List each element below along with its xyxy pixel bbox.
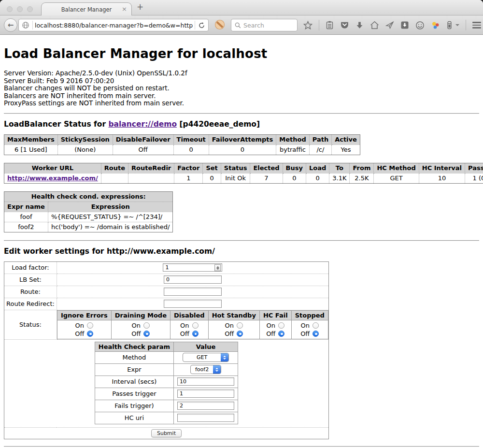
tab-close-icon[interactable]: × bbox=[122, 5, 127, 13]
hc-row-hc-uri: HC uri bbox=[95, 412, 238, 424]
disabled-off-radio[interactable] bbox=[192, 331, 199, 337]
url-input[interactable] bbox=[33, 22, 195, 29]
reading-list-icon[interactable] bbox=[326, 21, 334, 29]
cell-hc-method: GET bbox=[374, 173, 419, 183]
balancers-note-line: Balancers are NOT inherited from main se… bbox=[4, 92, 479, 100]
form-row-health-check: Health Check param Value Method GET bbox=[4, 339, 329, 427]
disabled-on-radio[interactable] bbox=[192, 322, 199, 329]
search-input[interactable] bbox=[243, 22, 294, 29]
expr-select-value: foof2 bbox=[191, 366, 213, 373]
route-label: Route: bbox=[4, 286, 57, 298]
form-row-route-redirect: Route Redirect: bbox=[4, 298, 329, 310]
col-header: Passes bbox=[465, 163, 483, 173]
block-icon[interactable] bbox=[214, 19, 225, 30]
proxypass-note-line: ProxyPass settings are NOT inherited fro… bbox=[4, 100, 479, 107]
load-factor-input[interactable] bbox=[163, 263, 222, 272]
cell-load: 0 bbox=[306, 173, 329, 183]
fails-input[interactable] bbox=[177, 402, 234, 410]
hot-standby-on-radio[interactable] bbox=[237, 322, 243, 329]
route-input[interactable] bbox=[164, 288, 222, 296]
col-header: HC Fail bbox=[259, 310, 291, 320]
home-icon[interactable] bbox=[370, 21, 379, 29]
globe-icon[interactable] bbox=[19, 19, 32, 31]
on-label: On bbox=[301, 321, 310, 330]
method-label: Method bbox=[95, 351, 173, 363]
col-header: StickySession bbox=[57, 134, 113, 145]
dropdown-caret-icon[interactable] bbox=[455, 24, 459, 26]
test-pilot-flask-icon[interactable] bbox=[446, 21, 453, 29]
expr-select[interactable]: foof2 bbox=[190, 365, 221, 374]
interval-input[interactable] bbox=[177, 377, 234, 386]
col-header: Expression bbox=[48, 202, 173, 212]
load-factor-label: Load factor: bbox=[4, 261, 57, 274]
col-header: Value bbox=[174, 342, 238, 351]
balancer-demo-link[interactable]: balancer://demo bbox=[108, 120, 177, 129]
number-spinner-icon[interactable] bbox=[214, 264, 221, 271]
method-select[interactable]: GET bbox=[183, 353, 229, 362]
hot-standby-off-radio[interactable] bbox=[237, 331, 243, 337]
hc-fail-off-radio[interactable] bbox=[278, 331, 284, 337]
col-header: Elected bbox=[250, 163, 283, 173]
status-cell-draining-mode: On Off bbox=[111, 320, 170, 339]
draining-mode-on-radio[interactable] bbox=[143, 322, 150, 329]
toolbar-divider bbox=[319, 20, 319, 30]
ignore-errors-on-radio[interactable] bbox=[87, 322, 93, 329]
minimize-window-button[interactable] bbox=[17, 6, 23, 12]
route-redirect-input[interactable] bbox=[164, 300, 222, 308]
cell-expr-name: foof bbox=[4, 212, 48, 222]
method-select-value: GET bbox=[183, 354, 221, 361]
ignore-errors-off-radio[interactable] bbox=[87, 331, 93, 337]
health-check-expressions-table: Health check cond. expressions: Expr nam… bbox=[4, 191, 173, 232]
cell-expr-name: foof2 bbox=[4, 222, 48, 232]
window-controls[interactable] bbox=[7, 6, 33, 12]
lb-set-input[interactable] bbox=[164, 275, 222, 284]
edit-worker-form: Load factor: LB Set: Route: Route Redire… bbox=[4, 261, 329, 439]
menu-icon[interactable] bbox=[472, 22, 481, 29]
page-content: Load Balancer Manager for localhost Serv… bbox=[0, 35, 483, 447]
reload-icon[interactable] bbox=[195, 19, 208, 31]
hc-uri-input[interactable] bbox=[177, 414, 234, 422]
pocket-icon[interactable] bbox=[340, 21, 349, 29]
cell-active: Yes bbox=[332, 145, 360, 155]
draining-mode-off-radio[interactable] bbox=[143, 331, 150, 337]
stopped-on-radio[interactable] bbox=[313, 322, 319, 329]
loadbalancer-status-heading: LoadBalancer Status for balancer://demo … bbox=[4, 120, 479, 129]
send-tab-icon[interactable] bbox=[385, 21, 394, 29]
submit-button[interactable]: Submit bbox=[151, 429, 182, 437]
bookmark-star-icon[interactable] bbox=[303, 21, 313, 30]
cell-to: 3.1K bbox=[329, 173, 350, 183]
cell-failoverattempts: 0 bbox=[209, 145, 276, 155]
hc-row-interval: Interval (secs) bbox=[95, 376, 238, 388]
colored-dots-icon[interactable] bbox=[431, 21, 440, 30]
worker-url-link[interactable]: http://www.example.com/ bbox=[7, 174, 98, 182]
stopped-off-radio[interactable] bbox=[313, 331, 319, 337]
status-label: Status: bbox=[4, 310, 57, 339]
square-download-icon[interactable] bbox=[400, 21, 409, 29]
off-label: Off bbox=[75, 330, 84, 338]
off-label: Off bbox=[266, 330, 275, 338]
off-label: Off bbox=[225, 330, 234, 338]
cell-passes: 1 (0) bbox=[465, 173, 483, 183]
back-button[interactable]: ← bbox=[4, 18, 17, 32]
expr-table-caption: Health check cond. expressions: bbox=[4, 191, 173, 202]
cell-disablefailover: Off bbox=[113, 145, 173, 155]
downloads-icon[interactable] bbox=[355, 21, 364, 29]
hc-row-expr: Expr foof2 bbox=[95, 363, 238, 376]
table-row: foof2 hc('body') =~ /domain is establish… bbox=[4, 222, 173, 232]
url-bar[interactable] bbox=[18, 19, 209, 31]
tab-balancer-manager[interactable]: Balancer Manager × bbox=[41, 2, 132, 16]
lb-set-label: LB Set: bbox=[4, 274, 57, 286]
form-row-route: Route: bbox=[4, 286, 329, 298]
load-factor-stepper[interactable] bbox=[163, 263, 222, 272]
close-window-button[interactable] bbox=[7, 6, 13, 12]
search-bar[interactable] bbox=[231, 19, 298, 31]
passes-input[interactable] bbox=[177, 390, 234, 398]
col-header: Set bbox=[203, 163, 221, 173]
new-tab-button[interactable]: + bbox=[137, 2, 143, 12]
zoom-window-button[interactable] bbox=[27, 6, 33, 12]
smiley-chat-icon[interactable] bbox=[415, 21, 425, 30]
on-label: On bbox=[75, 321, 84, 330]
status-header-row: Ignore Errors Draining Mode Disabled Hot… bbox=[57, 310, 328, 320]
hc-fail-on-radio[interactable] bbox=[278, 322, 284, 329]
status-toggles-table: Ignore Errors Draining Mode Disabled Hot… bbox=[57, 310, 328, 339]
